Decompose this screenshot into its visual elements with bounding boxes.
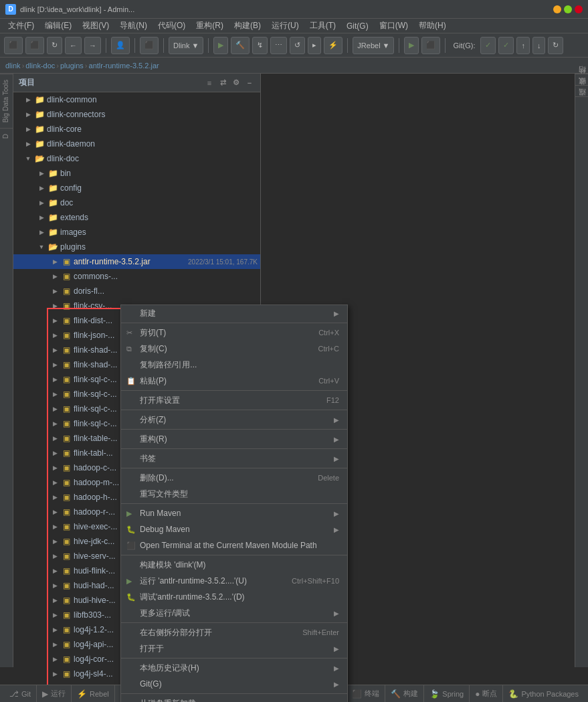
- ctx-analyze[interactable]: 分析(Z) ▶: [121, 412, 347, 428]
- tree-item-dlink-core[interactable]: ▶ 📁 dlink-core: [13, 122, 260, 137]
- arrow-flink-sql2: ▶: [51, 390, 59, 398]
- toolbar-run-hammer[interactable]: 🔨: [231, 37, 250, 54]
- menu-view[interactable]: 视图(V): [77, 19, 114, 33]
- ctx-run-antlr[interactable]: ▶ 运行 'antlr-runtime-3.5.2....'(U) Ctrl+S…: [121, 573, 347, 589]
- window-controls[interactable]: [553, 5, 583, 13]
- tree-item-extends[interactable]: ▶ 📁 extends: [13, 210, 260, 225]
- git-pull[interactable]: ↓: [532, 37, 546, 54]
- ctx-refactor[interactable]: 重构(R) ▶: [121, 431, 347, 447]
- menu-help[interactable]: 帮助(H): [413, 19, 452, 33]
- tree-item-dlink-common[interactable]: ▶ 📁 dlink-common: [13, 92, 260, 107]
- tree-item-dlink-daemon[interactable]: ▶ 📁 dlink-daemon: [13, 137, 260, 151]
- toolbar-more[interactable]: ⋯: [270, 37, 287, 54]
- status-terminal[interactable]: ⬛ 终端: [346, 685, 385, 702]
- panel-tool-4[interactable]: −: [244, 78, 255, 88]
- menu-git[interactable]: Git(G): [341, 20, 374, 32]
- menu-run[interactable]: 运行(U): [266, 19, 304, 33]
- toolbar-forward[interactable]: →: [84, 37, 101, 54]
- tree-item-doc[interactable]: ▶ 📁 doc: [13, 195, 260, 210]
- ctx-debug-antlr[interactable]: 🐛 调试'antlr-runtime-3.5.2....'(D): [121, 589, 347, 605]
- toolbar-nav-forward[interactable]: ⬛: [25, 37, 44, 54]
- jrebel-button[interactable]: JRebel ▼: [353, 37, 394, 54]
- toolbar-bookmark[interactable]: ⬛: [140, 37, 159, 54]
- tree-item-dlink-connectors[interactable]: ▶ 📁 dlink-connectors: [13, 107, 260, 122]
- panel-tool-1[interactable]: ≡: [204, 78, 215, 88]
- ctx-open-in[interactable]: 打开于 ▶: [121, 640, 347, 656]
- ctx-cut[interactable]: ✂ 剪切(T) Ctrl+X: [121, 325, 347, 341]
- ctx-copy[interactable]: ⧉ 复制(C) Ctrl+C: [121, 341, 347, 357]
- menu-navigate[interactable]: 导航(N): [114, 19, 153, 33]
- tree-item-antlr[interactable]: ▶ ▣ antlr-runtime-3.5.2.jar 2022/3/1 15:…: [13, 254, 260, 269]
- breadcrumb-part-3[interactable]: plugins: [60, 62, 84, 70]
- arrow-flink-table1: ▶: [51, 434, 59, 442]
- breadcrumb-part-1[interactable]: dlink: [5, 62, 21, 70]
- ctx-build-module[interactable]: 构建模块 'dlink'(M): [121, 557, 347, 573]
- status-git[interactable]: ⎇ Git: [4, 685, 37, 702]
- toolbar-run-btn[interactable]: ▶: [404, 37, 419, 54]
- right-tab-bookmarks[interactable]: 收藏: [575, 85, 588, 96]
- project-selector[interactable]: Dlink ▼: [169, 37, 203, 54]
- toolbar-user[interactable]: 👤: [111, 37, 130, 54]
- toolbar-run-arrow[interactable]: ↯: [252, 37, 268, 54]
- status-breakpoint[interactable]: ● 断点: [469, 685, 502, 702]
- git-checkmark2[interactable]: ✓: [498, 37, 514, 54]
- toolbar-run-build[interactable]: ▶: [213, 37, 228, 54]
- ctx-run-maven[interactable]: ▶ Run Maven ▶: [121, 505, 347, 521]
- git-checkmark1[interactable]: ✓: [480, 37, 496, 54]
- ctx-git-menu[interactable]: Git(G) ▶: [121, 676, 347, 692]
- ctx-paste[interactable]: 📋 粘贴(P) Ctrl+V: [121, 373, 347, 389]
- close-button[interactable]: [575, 5, 583, 13]
- menu-edit[interactable]: 编辑(E): [39, 19, 77, 33]
- status-rebel[interactable]: ⚡ Rebel: [72, 685, 115, 702]
- toolbar-reload[interactable]: ↺: [290, 37, 305, 54]
- panel-tool-3[interactable]: ⚙: [231, 78, 241, 88]
- menu-build[interactable]: 构建(B): [229, 19, 266, 33]
- git-history[interactable]: ↻: [548, 37, 563, 54]
- panel-tool-2[interactable]: ⇄: [217, 78, 228, 88]
- toolbar-nav-back[interactable]: ⬛: [4, 37, 23, 54]
- left-tab-bigdata[interactable]: Big Data Tools: [0, 74, 13, 128]
- tree-item-plugins[interactable]: ▼ 📂 plugins: [13, 240, 260, 254]
- toolbar-back[interactable]: ←: [65, 37, 82, 54]
- breadcrumb-part-4[interactable]: antlr-runtime-3.5.2.jar: [89, 62, 159, 70]
- minimize-button[interactable]: [553, 5, 561, 13]
- status-build[interactable]: 🔨 构建: [385, 685, 423, 702]
- menu-tools[interactable]: 工具(T): [304, 19, 341, 33]
- ctx-override-file-type[interactable]: 重写文件类型: [121, 486, 347, 502]
- tree-item-dlink-doc[interactable]: ▼ 📂 dlink-doc: [13, 151, 260, 166]
- tree-item-doris[interactable]: ▶ ▣ doris-fl...: [13, 284, 260, 298]
- status-run[interactable]: ▶ 运行: [37, 685, 72, 702]
- tree-item-commons[interactable]: ▶ ▣ commons-...: [13, 269, 260, 284]
- menu-refactor[interactable]: 重构(R): [191, 19, 229, 33]
- status-spring[interactable]: 🍃 Spring: [423, 685, 469, 702]
- menu-code[interactable]: 代码(O): [153, 19, 191, 33]
- ctx-open-right[interactable]: 在右侧拆分部分打开 Shift+Enter: [121, 624, 347, 640]
- tree-item-bin[interactable]: ▶ 📁 bin: [13, 166, 260, 181]
- right-tab-structure[interactable]: 结构: [575, 74, 588, 85]
- menu-file[interactable]: 文件(F): [3, 19, 39, 33]
- ctx-open-terminal[interactable]: ⬛ Open Terminal at the Current Maven Mod…: [121, 537, 347, 553]
- status-python[interactable]: 🐍 Python Packages: [502, 685, 584, 702]
- ctx-debug-maven[interactable]: 🐛 Debug Maven ▶: [121, 521, 347, 537]
- ctx-open-lib[interactable]: 打开库设置 F12: [121, 392, 347, 408]
- ctx-reload-from-disk[interactable]: 从磁盘重新加载: [121, 695, 347, 702]
- breadcrumb-part-2[interactable]: dlink-doc: [25, 62, 55, 70]
- tree-item-images[interactable]: ▶ 📁 images: [13, 225, 260, 240]
- ctx-delete[interactable]: 删除(D)... Delete: [121, 470, 347, 486]
- maximize-button[interactable]: [564, 5, 572, 13]
- left-tab-d[interactable]: D: [0, 128, 13, 144]
- toolbar-refresh[interactable]: ↻: [47, 37, 62, 54]
- ctx-bookmark[interactable]: 书签 ▶: [121, 450, 347, 466]
- toolbar-prev[interactable]: ▸: [308, 37, 321, 54]
- tree-item-config[interactable]: ▶ 📁 config: [13, 181, 260, 195]
- git-push[interactable]: ↑: [516, 37, 530, 54]
- arrow-libfb303: ▶: [51, 611, 59, 619]
- ctx-more-run[interactable]: 更多运行/调试 ▶: [121, 605, 347, 621]
- right-tab-endpoints[interactable]: 端点: [575, 96, 588, 108]
- ctx-new[interactable]: 新建 ▶: [121, 305, 347, 321]
- ctx-copy-path[interactable]: 复制路径/引用...: [121, 357, 347, 373]
- toolbar-next[interactable]: ⚡: [324, 37, 342, 54]
- ctx-local-history[interactable]: 本地历史记录(H) ▶: [121, 660, 347, 676]
- toolbar-stop-btn[interactable]: ⬛: [421, 37, 440, 54]
- menu-window[interactable]: 窗口(W): [374, 19, 413, 33]
